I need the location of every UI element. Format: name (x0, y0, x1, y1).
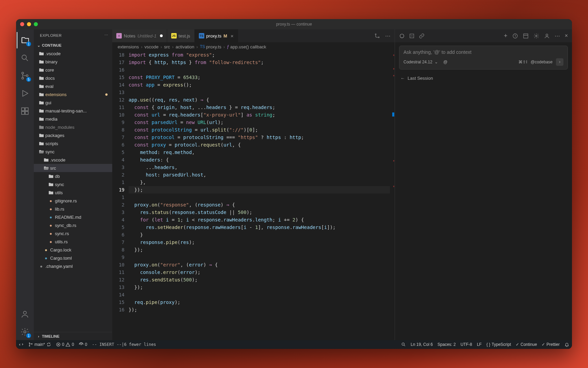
tree-item[interactable]: ●.changie.yaml (34, 262, 112, 270)
panel-account-icon[interactable] (544, 33, 550, 39)
extensions-activity-icon[interactable] (17, 103, 33, 119)
panel-gear-icon[interactable] (533, 33, 539, 39)
remote-status[interactable] (19, 342, 24, 347)
tree-label: Cargo.toml (50, 256, 72, 261)
explorer-activity-icon[interactable]: 1 (17, 32, 33, 48)
breadcrumb[interactable]: extensions›vscode›src›activation›TSproxy… (112, 42, 395, 51)
tab-more-icon[interactable]: ⋯ (385, 33, 391, 39)
tree-item[interactable]: core (34, 66, 112, 74)
tree-item[interactable]: packages (34, 131, 112, 139)
tree-item[interactable]: ●Cargo.toml (34, 254, 112, 262)
tree-item[interactable]: scripts (34, 139, 112, 148)
tree-item[interactable]: ●lib.rs (34, 205, 112, 213)
tree-item[interactable]: ●Cargo.lock (34, 246, 112, 254)
history-icon[interactable] (512, 33, 518, 39)
zoom-status[interactable] (401, 342, 406, 347)
tree-label: scripts (45, 141, 58, 146)
code-content[interactable]: import express from "express";import { h… (129, 51, 390, 340)
tab-label: proxy.ts (206, 33, 222, 39)
editor[interactable]: 1817161514131211109876543211912345678910… (112, 51, 395, 340)
tree-label: eval (45, 84, 54, 89)
breadcrumb-segment[interactable]: src (164, 44, 170, 49)
tree-item[interactable]: binary (34, 58, 112, 66)
eol-status[interactable]: LF (477, 342, 482, 347)
editor-tab[interactable]: TSproxy.tsM× (195, 29, 238, 42)
tree-item[interactable]: ●utils.rs (34, 237, 112, 246)
continue-status[interactable]: ✓ Continue (516, 342, 537, 347)
panel-more-icon[interactable]: ⋯ (555, 33, 560, 39)
layout-icon[interactable] (523, 33, 529, 39)
tree-item[interactable]: extensions● (34, 90, 112, 98)
tab-actions: ⋯ (370, 29, 395, 42)
close-window-button[interactable] (20, 22, 24, 26)
encoding-status[interactable]: UTF-8 (460, 342, 472, 347)
git-branch-status[interactable]: main* (28, 342, 51, 347)
new-chat-icon[interactable]: + (504, 32, 508, 40)
search-activity-icon[interactable] (17, 50, 33, 66)
breadcrumb-segment[interactable]: TSproxy.ts (200, 44, 221, 49)
tree-item[interactable]: eval (34, 82, 112, 90)
folder-icon (38, 125, 45, 130)
sidebar-more-icon[interactable]: ⋯ (104, 33, 108, 37)
tree-item[interactable]: media (34, 115, 112, 123)
account-icon[interactable] (17, 306, 33, 322)
panel-tab-icon[interactable] (409, 33, 415, 39)
model-selector[interactable]: Codestral 24.12 ⌄ @ (403, 60, 447, 64)
language-status[interactable]: { } TypeScript (486, 342, 511, 347)
tree-item[interactable]: utils (34, 188, 112, 197)
check-icon: ✓ (516, 342, 519, 347)
tree-item[interactable]: ●sync.rs (34, 229, 112, 237)
maximize-window-button[interactable] (34, 22, 38, 26)
warning-icon (65, 342, 70, 347)
tree-item[interactable]: docs (34, 74, 112, 82)
last-session-label: Last Session (408, 76, 433, 81)
compare-changes-icon[interactable] (374, 33, 380, 39)
tree-item[interactable]: db (34, 172, 112, 180)
tree-item[interactable]: node_modules (34, 123, 112, 131)
continue-logo-icon[interactable] (399, 33, 405, 39)
tree-item[interactable]: sync (34, 148, 112, 156)
chat-input[interactable]: Ask anything, '@' to add context Codestr… (399, 46, 568, 70)
problems-status[interactable]: 0 0 (56, 342, 74, 347)
folder-icon (38, 141, 45, 146)
prettier-status[interactable]: ✓ Prettier (542, 342, 560, 347)
timeline-section-header[interactable]: › TIMELINE (34, 332, 112, 340)
tree-item[interactable]: gui (34, 98, 112, 107)
close-tab-icon[interactable]: × (231, 33, 234, 39)
cursor-position-status[interactable]: Ln 19, Col 6 (411, 342, 433, 347)
tree-item[interactable]: .vscode (34, 49, 112, 58)
ports-status[interactable]: 0 (79, 342, 87, 347)
minimize-window-button[interactable] (27, 22, 31, 26)
codebase-context[interactable]: @codebase (531, 60, 553, 64)
tree-item[interactable]: ●sync_db.rs (34, 221, 112, 229)
source-control-activity-icon[interactable]: 5 (17, 67, 33, 84)
minimap[interactable] (390, 51, 395, 340)
tree-item[interactable]: ●README.md (34, 213, 112, 221)
breadcrumb-segment[interactable]: ƒapp.use() callback (227, 44, 266, 49)
breadcrumb-segment[interactable]: vscode (145, 44, 159, 49)
tree-label: sync.rs (55, 231, 69, 236)
notifications-icon[interactable] (564, 342, 569, 347)
send-button[interactable] (556, 58, 563, 66)
project-section-header[interactable]: ⌄ CONTINUE (34, 41, 112, 49)
tree-item[interactable]: .vscode (34, 156, 112, 164)
panel-link-icon[interactable] (419, 33, 425, 39)
breadcrumb-segment[interactable]: extensions (118, 44, 139, 49)
tree-item[interactable]: ●gitignore.rs (34, 197, 112, 205)
indentation-status[interactable]: Spaces: 2 (438, 342, 456, 347)
file-icon: ● (47, 215, 54, 220)
sidebar-header: EXPLORER ⋯ (34, 29, 112, 41)
panel-close-icon[interactable]: × (565, 33, 568, 39)
editor-tab[interactable]: ≡NotesUntitled-1 (112, 29, 167, 42)
settings-gear-icon[interactable]: 1 (17, 324, 33, 340)
tree-item[interactable]: src (34, 164, 112, 172)
run-debug-activity-icon[interactable] (17, 85, 33, 102)
editor-tab[interactable]: JStest.js (167, 29, 195, 42)
breadcrumb-segment[interactable]: activation (176, 44, 194, 49)
at-icon[interactable]: @ (443, 60, 447, 64)
file-tree[interactable]: .vscodebinarycoredocsevalextensions●guim… (34, 49, 112, 332)
tree-item[interactable]: manual-testing-san... (34, 107, 112, 115)
folder-icon (38, 51, 45, 56)
tree-item[interactable]: sync (34, 180, 112, 188)
last-session-button[interactable]: ← Last Session (395, 73, 572, 83)
